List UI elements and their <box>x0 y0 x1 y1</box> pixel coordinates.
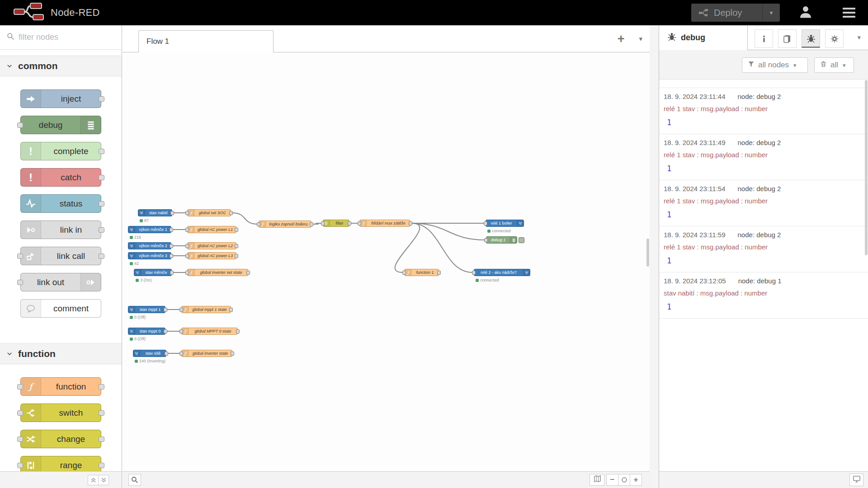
flow-node-mppt0[interactable]: stav mppt 00 (Off) <box>128 328 165 335</box>
main-menu-button[interactable] <box>837 4 861 22</box>
input-port[interactable] <box>402 271 406 275</box>
flow-node-mppt0_state[interactable]: ƒglobal MPPT 0 state <box>181 328 238 335</box>
palette-category-common[interactable]: common <box>0 56 122 76</box>
palette-node-range[interactable]: range <box>20 456 101 471</box>
output-port[interactable] <box>409 221 412 225</box>
message-value[interactable]: 1 <box>667 164 863 173</box>
palette-node-comment[interactable]: comment <box>20 299 101 318</box>
message-value[interactable]: 1 <box>667 118 863 127</box>
add-flow-button[interactable]: + <box>618 33 625 45</box>
flow-node-inv_state[interactable]: ƒglobal inverter state <box>181 350 232 357</box>
output-port[interactable] <box>310 222 313 226</box>
flow-node-stav_nabiti[interactable]: stav nabití87 <box>138 209 172 216</box>
debug-scrollbar[interactable] <box>865 80 868 255</box>
debug-clear-button[interactable]: all ▾ <box>814 57 854 73</box>
expand-categories-button[interactable] <box>98 475 109 485</box>
flow-node-rele1[interactable]: relé 1 boilerconnected <box>486 220 524 227</box>
output-port[interactable] <box>170 244 173 248</box>
flow-node-set_soc[interactable]: ƒglobal set SOC <box>187 209 231 216</box>
palette-node-switch[interactable]: switch <box>20 404 101 422</box>
tab-debug[interactable]: debug <box>659 25 748 50</box>
output-port[interactable] <box>170 254 173 258</box>
output-port[interactable] <box>235 228 238 232</box>
output-port[interactable] <box>170 211 174 215</box>
zoom-out-button[interactable]: − <box>606 474 618 486</box>
output-port[interactable] <box>170 228 173 232</box>
input-port[interactable] <box>185 211 189 215</box>
deploy-button[interactable]: Deploy ▾ <box>691 4 780 22</box>
debug-toggle-button[interactable] <box>519 237 524 243</box>
flow-node-logika[interactable]: ƒlogika zapnutí boileru <box>259 221 311 228</box>
output-port[interactable] <box>164 329 167 333</box>
message-value[interactable]: 1 <box>667 256 863 265</box>
input-port[interactable] <box>472 271 476 275</box>
tab-flow-1[interactable]: Flow 1 <box>138 30 274 52</box>
input-port[interactable] <box>185 254 189 258</box>
flow-node-mppt1[interactable]: stav mppt 10 (Off) <box>128 306 165 313</box>
collapse-categories-button[interactable] <box>88 475 99 485</box>
deploy-caret-icon[interactable]: ▾ <box>763 9 780 16</box>
flow-node-ac_l3[interactable]: ƒglobal AC power L3 <box>187 252 236 259</box>
output-port[interactable] <box>164 308 167 312</box>
zoom-in-button[interactable]: + <box>630 474 642 486</box>
flow-node-rele2[interactable]: relé 2 - aku nádrže?connected <box>474 269 530 276</box>
flow-node-ac_l2[interactable]: ƒglobal AC power L2 <box>187 242 236 249</box>
flow-node-mppt1_state[interactable]: ƒglobal mppt 1 state <box>181 306 231 313</box>
output-port[interactable] <box>348 221 351 225</box>
debug-tab-button[interactable] <box>802 29 820 48</box>
help-tab-button[interactable] <box>778 29 797 48</box>
input-port[interactable] <box>179 329 183 333</box>
output-port[interactable] <box>229 308 233 312</box>
output-port[interactable] <box>165 352 168 356</box>
output-port[interactable] <box>235 244 238 248</box>
palette-search[interactable] <box>0 25 122 50</box>
user-button[interactable] <box>795 4 816 22</box>
palette-node-debug[interactable]: debug <box>20 116 101 134</box>
info-tab-button[interactable] <box>755 29 773 48</box>
flow-node-function1[interactable]: ƒfunction 1 <box>404 269 439 276</box>
palette-category-function[interactable]: function <box>0 343 122 364</box>
input-port[interactable] <box>179 352 183 356</box>
palette-search-input[interactable] <box>19 33 100 42</box>
input-port[interactable] <box>484 221 487 225</box>
output-port[interactable] <box>246 271 250 275</box>
navigator-button[interactable] <box>590 474 604 486</box>
flow-node-vykon2[interactable]: výkon měniče 2181 <box>128 242 171 249</box>
palette-node-link-call[interactable]: link call <box>20 247 101 265</box>
input-port[interactable] <box>185 228 189 232</box>
flow-node-ac_l1[interactable]: ƒglobal AC power L1 <box>187 226 236 233</box>
flow-node-inv_set_state[interactable]: ƒglobal inverter set state <box>187 269 248 276</box>
palette-node-complete[interactable]: !complete <box>20 142 101 160</box>
canvas-search-button[interactable] <box>128 474 141 486</box>
flow-canvas[interactable]: stav nabití87ƒglobal set SOCvýkon měniče… <box>123 52 650 471</box>
message-value[interactable]: 1 <box>667 210 863 219</box>
flow-node-vykon3[interactable]: výkon měniče 342 <box>128 252 171 259</box>
output-port[interactable] <box>231 352 234 356</box>
input-port[interactable] <box>185 271 189 275</box>
message-value[interactable]: 1 <box>667 302 863 311</box>
flow-node-vykon1[interactable]: výkon měniče 1215 <box>128 226 171 233</box>
zoom-reset-button[interactable] <box>618 474 630 486</box>
output-port[interactable] <box>229 211 233 215</box>
output-port[interactable] <box>236 329 240 333</box>
output-port[interactable] <box>437 271 441 275</box>
open-debug-window-button[interactable] <box>849 474 863 486</box>
palette-node-link-in[interactable]: link in <box>20 221 101 239</box>
palette-node-inject[interactable]: inject <box>20 89 101 108</box>
palette-node-status[interactable]: status <box>20 194 101 213</box>
input-port[interactable] <box>321 221 325 225</box>
flow-node-stav_site[interactable]: stav sítě240 (Inverting) <box>133 350 166 357</box>
sidebar-splitter[interactable] <box>650 25 659 488</box>
config-nodes-tab-button[interactable] <box>825 29 844 48</box>
palette-node-link-out[interactable]: link out <box>20 273 101 291</box>
input-port[interactable] <box>484 238 488 242</box>
debug-filter-button[interactable]: all nodes ▾ <box>742 57 808 73</box>
output-port[interactable] <box>170 271 174 275</box>
output-port[interactable] <box>235 254 238 258</box>
flow-node-debug1[interactable]: debug 1 <box>486 236 517 244</box>
input-port[interactable] <box>185 244 189 248</box>
flow-node-filter[interactable]: filter <box>323 220 349 227</box>
input-port[interactable] <box>358 221 361 225</box>
palette-node-function[interactable]: ƒfunction <box>20 377 101 396</box>
flow-node-stav_menice[interactable]: stav měniče3 (On) <box>134 269 172 276</box>
